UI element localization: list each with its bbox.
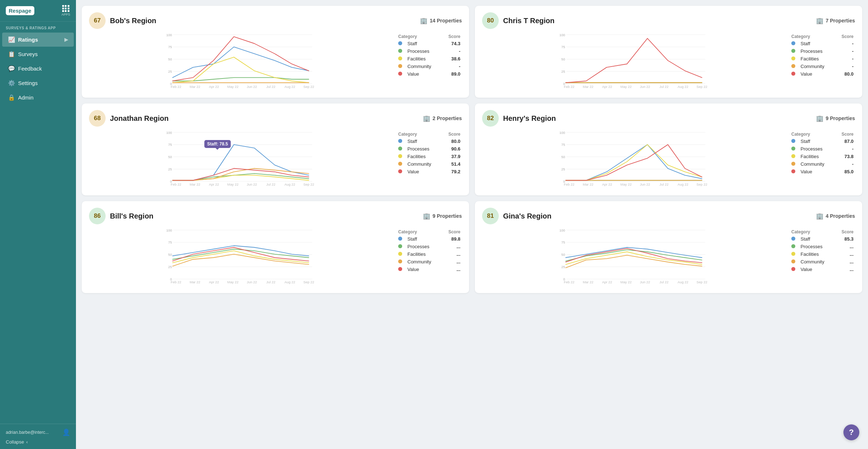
svg-text:50: 50 bbox=[561, 57, 565, 61]
svg-text:100: 100 bbox=[166, 33, 172, 37]
legend-row: Community - bbox=[790, 63, 855, 70]
sidebar-item-feedback[interactable]: 💬 Feedback bbox=[2, 62, 74, 76]
svg-text:Apr 22: Apr 22 bbox=[602, 85, 612, 89]
properties-label: 9 Properties bbox=[433, 213, 462, 219]
help-button[interactable]: ? bbox=[843, 424, 859, 440]
user-icon[interactable]: 👤 bbox=[62, 428, 70, 436]
sidebar-item-admin[interactable]: 🔒 Admin bbox=[2, 90, 74, 105]
svg-text:Jul 22: Jul 22 bbox=[659, 85, 668, 89]
svg-text:Feb 22: Feb 22 bbox=[564, 85, 574, 89]
legend-row: Processes ... bbox=[790, 243, 855, 250]
chart-svg: 0255075100 Feb 22Mar 22Apr 22May 22Jun 2… bbox=[482, 131, 786, 189]
sidebar-item-surveys[interactable]: 📋 Surveys bbox=[2, 47, 74, 61]
legend-dot bbox=[398, 162, 402, 166]
svg-text:Apr 22: Apr 22 bbox=[209, 85, 219, 89]
region-name: Jonathan Region bbox=[110, 114, 169, 123]
logo[interactable]: Respage bbox=[6, 6, 34, 15]
card-body: 0255075100 Feb 22Mar 22Apr 22May 22Jun 2… bbox=[482, 33, 855, 93]
properties-count: 🏢 14 Properties bbox=[420, 17, 462, 25]
score-badge: 67 bbox=[89, 12, 106, 29]
section-label: SURVEYS & RATINGS APP bbox=[0, 22, 76, 32]
svg-text:Feb 22: Feb 22 bbox=[564, 280, 574, 284]
score-badge: 81 bbox=[482, 208, 499, 224]
card-header: 81 Gina's Region 🏢 4 Properties bbox=[482, 208, 855, 224]
apps-button[interactable]: APPS bbox=[61, 5, 70, 16]
svg-text:Jun 22: Jun 22 bbox=[247, 182, 257, 186]
legend-row: Community ... bbox=[790, 258, 855, 266]
legend-dot bbox=[398, 49, 402, 53]
card-chris-t-region: 80 Chris T Region 🏢 7 Properties 0255075… bbox=[475, 6, 862, 98]
legend-area: Category Score Staff 80.0 Processes 90.6… bbox=[397, 131, 462, 190]
properties-label: 14 Properties bbox=[430, 18, 462, 24]
svg-text:Apr 22: Apr 22 bbox=[209, 182, 219, 186]
legend-row: Community 51.4 bbox=[397, 160, 462, 168]
region-name: Bob's Region bbox=[110, 17, 156, 25]
svg-text:75: 75 bbox=[168, 143, 172, 147]
svg-text:Jul 22: Jul 22 bbox=[266, 85, 275, 89]
sidebar-item-ratings[interactable]: 📈 Ratings ▶ bbox=[2, 33, 74, 47]
svg-text:Feb 22: Feb 22 bbox=[171, 182, 181, 186]
collapse-button[interactable]: Collapse ‹ bbox=[6, 439, 70, 445]
svg-text:Feb 22: Feb 22 bbox=[564, 182, 574, 186]
svg-text:Apr 22: Apr 22 bbox=[602, 182, 612, 186]
svg-text:Jun 22: Jun 22 bbox=[640, 85, 650, 89]
chart-svg: 0255075100 Feb 22Mar 22Apr 22May 22Jun 2… bbox=[89, 33, 392, 91]
legend-dot bbox=[398, 169, 402, 173]
svg-text:25: 25 bbox=[168, 265, 172, 269]
svg-text:Feb 22: Feb 22 bbox=[171, 85, 181, 89]
svg-text:100: 100 bbox=[559, 33, 565, 37]
svg-text:Jun 22: Jun 22 bbox=[640, 182, 650, 186]
legend-row: Staff 80.0 bbox=[397, 137, 462, 145]
region-name: Chris T Region bbox=[503, 17, 554, 25]
legend-area: Category Score Staff - Processes - Facil… bbox=[790, 33, 855, 93]
svg-text:75: 75 bbox=[168, 45, 172, 49]
legend-dot bbox=[791, 162, 795, 166]
chart-area: Staff: 78.5 0255075100 Feb 22Mar 22Apr 2… bbox=[89, 131, 392, 190]
svg-text:Jul 22: Jul 22 bbox=[266, 182, 275, 186]
svg-text:Jun 22: Jun 22 bbox=[247, 85, 257, 89]
properties-label: 9 Properties bbox=[826, 115, 855, 121]
legend-dot bbox=[398, 56, 402, 60]
category-header: Category bbox=[397, 229, 442, 235]
card-title-left: 68 Jonathan Region bbox=[89, 110, 169, 127]
legend-dot bbox=[398, 267, 402, 271]
sidebar-item-settings[interactable]: ⚙️ Settings bbox=[2, 76, 74, 90]
card-jonathan-region: 68 Jonathan Region 🏢 2 Properties Staff:… bbox=[82, 103, 469, 195]
svg-text:May 22: May 22 bbox=[227, 182, 239, 186]
legend-row: Value ... bbox=[397, 266, 462, 273]
sidebar-label-settings: Settings bbox=[18, 80, 38, 86]
legend-row: Facilities - bbox=[790, 55, 855, 63]
card-body: 0255075100 Feb 22Mar 22Apr 22May 22Jun 2… bbox=[482, 229, 855, 288]
svg-text:May 22: May 22 bbox=[227, 85, 239, 89]
score-header: Score bbox=[835, 131, 855, 137]
svg-text:Mar 22: Mar 22 bbox=[583, 182, 593, 186]
legend-row: Facilities ... bbox=[790, 250, 855, 258]
svg-text:May 22: May 22 bbox=[621, 182, 632, 186]
svg-text:Aug 22: Aug 22 bbox=[677, 280, 688, 284]
collapse-label: Collapse bbox=[6, 439, 24, 445]
card-title-left: 80 Chris T Region bbox=[482, 12, 554, 29]
cards-grid: 67 Bob's Region 🏢 14 Properties 02550751… bbox=[82, 6, 862, 293]
legend-dot bbox=[398, 154, 402, 158]
properties-label: 2 Properties bbox=[433, 115, 462, 121]
properties-label: 7 Properties bbox=[826, 18, 855, 24]
svg-text:Aug 22: Aug 22 bbox=[677, 85, 688, 89]
legend-row: Community - bbox=[790, 160, 855, 168]
legend-row: Value 79.2 bbox=[397, 168, 462, 175]
svg-text:Sep 22: Sep 22 bbox=[697, 85, 707, 89]
ratings-icon: 📈 bbox=[8, 36, 15, 43]
svg-text:Sep 22: Sep 22 bbox=[303, 85, 314, 89]
legend-table: Category Score Staff 89.8 Processes ... … bbox=[397, 229, 462, 273]
properties-count: 🏢 7 Properties bbox=[816, 17, 855, 25]
region-name: Bill's Region bbox=[110, 212, 153, 220]
region-name: Gina's Region bbox=[503, 212, 552, 220]
card-ginas-region: 81 Gina's Region 🏢 4 Properties 02550751… bbox=[475, 201, 862, 293]
svg-text:50: 50 bbox=[168, 57, 172, 61]
building-icon: 🏢 bbox=[816, 212, 824, 220]
svg-text:Apr 22: Apr 22 bbox=[209, 280, 219, 284]
legend-dot bbox=[791, 169, 795, 173]
svg-text:Sep 22: Sep 22 bbox=[303, 182, 314, 186]
sidebar-label-ratings: Ratings bbox=[18, 37, 38, 43]
card-header: 67 Bob's Region 🏢 14 Properties bbox=[89, 12, 462, 29]
sidebar-nav: 📈 Ratings ▶ 📋 Surveys 💬 Feedback ⚙️ Sett… bbox=[0, 32, 76, 105]
